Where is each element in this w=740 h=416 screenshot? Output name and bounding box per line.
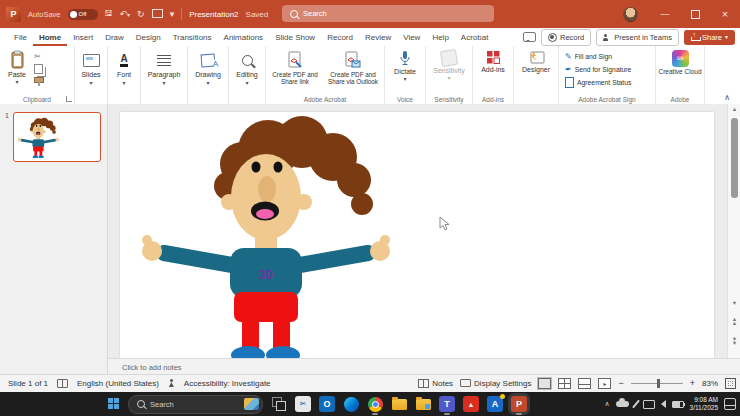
copy-icon[interactable] bbox=[34, 64, 43, 74]
paragraph-group-collapsed[interactable]: Paragraph▾ bbox=[141, 46, 188, 104]
reading-view-button[interactable] bbox=[578, 378, 591, 389]
tab-animations[interactable]: Animations bbox=[218, 28, 270, 46]
zoom-out-button[interactable]: − bbox=[618, 378, 623, 388]
onedrive-icon[interactable] bbox=[616, 401, 629, 407]
clipboard-dialog-launcher[interactable] bbox=[66, 96, 72, 102]
tab-acrobat[interactable]: Acrobat bbox=[455, 28, 495, 46]
notification-center-icon[interactable] bbox=[724, 398, 736, 410]
format-painter-icon[interactable] bbox=[34, 77, 44, 83]
edge-icon[interactable] bbox=[343, 396, 359, 412]
accessibility-status[interactable]: Accessibility: Investigate bbox=[184, 379, 271, 388]
slides-group-collapsed[interactable]: Slides▾ bbox=[75, 46, 108, 104]
tab-view[interactable]: View bbox=[397, 28, 426, 46]
taskbar-search-placeholder: Search bbox=[150, 400, 174, 409]
volume-icon[interactable] bbox=[661, 400, 666, 408]
normal-view-button[interactable] bbox=[538, 378, 551, 389]
start-button[interactable] bbox=[108, 398, 120, 410]
hidden-icons-chevron[interactable]: ∧ bbox=[604, 400, 609, 408]
file-explorer-icon[interactable] bbox=[391, 396, 407, 412]
share-button[interactable]: Share▾ bbox=[684, 30, 735, 45]
slideshow-view-button[interactable]: ▸ bbox=[598, 378, 611, 389]
notes-toggle[interactable]: Notes bbox=[418, 379, 453, 388]
vertical-scrollbar[interactable]: ▲ ▼ ▲▲ ▼▼ bbox=[727, 104, 740, 358]
scroll-down-icon[interactable]: ▼ bbox=[728, 301, 740, 307]
paste-button[interactable]: Paste▾ bbox=[0, 46, 34, 85]
minimize-button[interactable]: — bbox=[650, 0, 680, 28]
maximize-button[interactable] bbox=[680, 0, 710, 28]
taskbar-clock[interactable]: 9:08 AM 3/11/2025 bbox=[690, 396, 718, 412]
display-settings-button[interactable]: Display Settings bbox=[460, 379, 531, 388]
slide-thumbnail[interactable] bbox=[13, 112, 101, 162]
teams-icon[interactable]: T bbox=[439, 396, 455, 412]
fit-slide-to-window-icon[interactable] bbox=[725, 378, 736, 389]
create-pdf-share-outlook-button[interactable]: Create PDF and Share via Outlook bbox=[324, 46, 382, 85]
previous-slide-button[interactable]: ▲▲ bbox=[728, 317, 740, 326]
undo-icon[interactable]: ↶▾ bbox=[120, 10, 131, 19]
tab-file[interactable]: File bbox=[8, 28, 33, 46]
outlook-icon[interactable]: O bbox=[319, 396, 335, 412]
scroll-up-icon[interactable]: ▲ bbox=[728, 107, 740, 113]
zoom-level[interactable]: 83% bbox=[702, 379, 718, 388]
addins-button[interactable]: Add-ins bbox=[473, 46, 513, 73]
send-for-signature-button[interactable]: ✒Send for Signature bbox=[559, 63, 655, 76]
search-icon bbox=[290, 10, 298, 18]
share-icon bbox=[691, 33, 699, 41]
tab-draw[interactable]: Draw bbox=[99, 28, 130, 46]
notes-pane[interactable]: Click to add notes bbox=[108, 358, 740, 375]
tab-insert[interactable]: Insert bbox=[67, 28, 99, 46]
comments-icon[interactable] bbox=[523, 32, 536, 42]
battery-icon[interactable] bbox=[672, 401, 684, 408]
scrollbar-thumb[interactable] bbox=[731, 118, 738, 198]
drawing-group-collapsed[interactable]: Drawing▾ bbox=[188, 46, 229, 104]
tab-home[interactable]: Home bbox=[33, 28, 67, 46]
slide-canvas[interactable] bbox=[120, 112, 714, 358]
designer-button[interactable]: Designer bbox=[514, 46, 558, 73]
pen-input-icon[interactable] bbox=[632, 400, 640, 409]
agreement-doc-icon bbox=[565, 77, 574, 88]
document-save-status[interactable]: Saved bbox=[246, 10, 269, 19]
tab-help[interactable]: Help bbox=[426, 28, 454, 46]
tab-transitions[interactable]: Transitions bbox=[167, 28, 218, 46]
save-icon[interactable]: 🖫︎ bbox=[105, 10, 113, 18]
zoom-slider[interactable] bbox=[631, 383, 683, 384]
document-title[interactable]: Presentation2 bbox=[189, 10, 238, 19]
avatar[interactable] bbox=[623, 7, 638, 22]
close-button[interactable]: × bbox=[710, 0, 740, 28]
task-view-icon[interactable] bbox=[271, 396, 287, 412]
zoom-in-button[interactable]: + bbox=[690, 378, 695, 388]
chrome-icon[interactable] bbox=[367, 396, 383, 412]
create-pdf-share-link-button[interactable]: Create PDF and Share link bbox=[266, 46, 324, 85]
slide-sorter-view-button[interactable] bbox=[558, 378, 571, 389]
next-slide-button[interactable]: ▼▼ bbox=[728, 337, 740, 346]
cartoon-character[interactable] bbox=[130, 112, 410, 358]
dictate-button[interactable]: Dictate▾ bbox=[385, 46, 425, 82]
font-group-collapsed[interactable]: AFont▾ bbox=[108, 46, 141, 104]
search-input[interactable]: Search bbox=[282, 5, 494, 22]
documents-folder-icon[interactable] bbox=[415, 396, 431, 412]
present-in-teams-button[interactable]: Present in Teams bbox=[596, 29, 679, 46]
collapse-ribbon-icon[interactable]: ∧ bbox=[724, 93, 730, 102]
agreement-status-button[interactable]: Agreement Status bbox=[559, 76, 655, 89]
snipping-tool-icon[interactable]: ✂ bbox=[295, 396, 311, 412]
customize-qat-icon[interactable]: ▾ bbox=[170, 10, 175, 19]
tab-review[interactable]: Review bbox=[359, 28, 397, 46]
network-display-icon[interactable] bbox=[643, 400, 655, 409]
teams-people-icon bbox=[603, 34, 611, 41]
editing-group-collapsed[interactable]: Editing▾ bbox=[229, 46, 266, 104]
cut-icon[interactable]: ✂ bbox=[34, 52, 44, 61]
record-button[interactable]: Record bbox=[541, 29, 591, 46]
creative-cloud-button[interactable]: ∞ Creative Cloud bbox=[656, 46, 704, 75]
tab-slide-show[interactable]: Slide Show bbox=[269, 28, 321, 46]
tab-design[interactable]: Design bbox=[130, 28, 167, 46]
autosave-toggle[interactable]: Off bbox=[68, 9, 98, 20]
powerpoint-taskbar-icon[interactable]: P bbox=[511, 396, 527, 412]
taskbar-search[interactable]: Search bbox=[128, 395, 263, 414]
language-label[interactable]: English (United States) bbox=[77, 379, 159, 388]
a-app-icon[interactable]: A bbox=[487, 396, 503, 412]
present-icon[interactable] bbox=[152, 9, 163, 20]
slide-indicator[interactable]: Slide 1 of 1 bbox=[8, 379, 48, 388]
tab-record[interactable]: Record bbox=[321, 28, 359, 46]
fill-and-sign-button[interactable]: ✎Fill and Sign bbox=[559, 50, 655, 63]
redo-icon[interactable]: ↻ bbox=[137, 10, 145, 19]
acrobat-icon[interactable]: ▲ bbox=[463, 396, 479, 412]
